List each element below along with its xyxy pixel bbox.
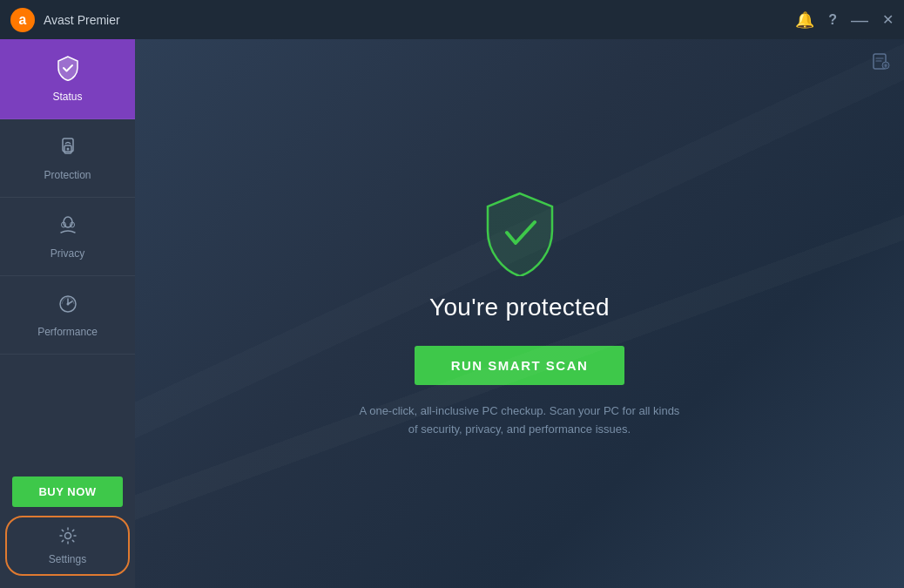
protected-title: You're protected	[429, 294, 610, 321]
svg-point-10	[64, 533, 71, 539]
license-info-icon[interactable]	[871, 51, 890, 76]
sidebar: Status Protection	[0, 39, 135, 588]
sidebar-performance-label: Performance	[37, 326, 98, 338]
app-title: Avast Premier	[44, 13, 795, 27]
status-icon	[55, 55, 81, 85]
sidebar-protection-label: Protection	[44, 169, 91, 181]
sidebar-item-performance[interactable]: Performance	[0, 276, 135, 355]
performance-icon	[56, 292, 80, 321]
title-bar: a Avast Premier 🔔 ? — ✕	[0, 0, 904, 39]
help-icon[interactable]: ?	[828, 13, 837, 27]
settings-label: Settings	[49, 553, 86, 565]
settings-icon	[58, 526, 78, 551]
sidebar-item-protection[interactable]: Protection	[0, 119, 135, 198]
minimize-icon[interactable]: —	[851, 11, 868, 29]
run-smart-scan-button[interactable]: RUN SMART SCAN	[415, 346, 625, 385]
svg-text:a: a	[19, 12, 27, 27]
sidebar-bottom: BUY NOW Settings	[0, 468, 135, 588]
svg-point-9	[66, 303, 69, 306]
close-icon[interactable]: ✕	[882, 13, 894, 27]
privacy-icon	[56, 213, 80, 242]
app-body: Status Protection	[0, 39, 904, 588]
main-content: You're protected RUN SMART SCAN A one-cl…	[135, 39, 904, 588]
sidebar-item-privacy[interactable]: Privacy	[0, 198, 135, 276]
svg-point-4	[66, 148, 69, 151]
protection-shield	[481, 189, 559, 276]
scan-description: A one-click, all-inclusive PC checkup. S…	[354, 402, 685, 439]
sidebar-privacy-label: Privacy	[51, 247, 84, 260]
avast-logo: a	[10, 8, 35, 32]
protection-icon	[56, 135, 80, 164]
sidebar-item-settings[interactable]: Settings	[5, 516, 130, 576]
notification-icon[interactable]: 🔔	[795, 12, 814, 28]
buy-now-button[interactable]: BUY NOW	[12, 476, 123, 507]
sidebar-status-label: Status	[52, 91, 82, 103]
sidebar-item-status[interactable]: Status	[0, 39, 135, 119]
window-controls: 🔔 ? — ✕	[795, 11, 894, 29]
